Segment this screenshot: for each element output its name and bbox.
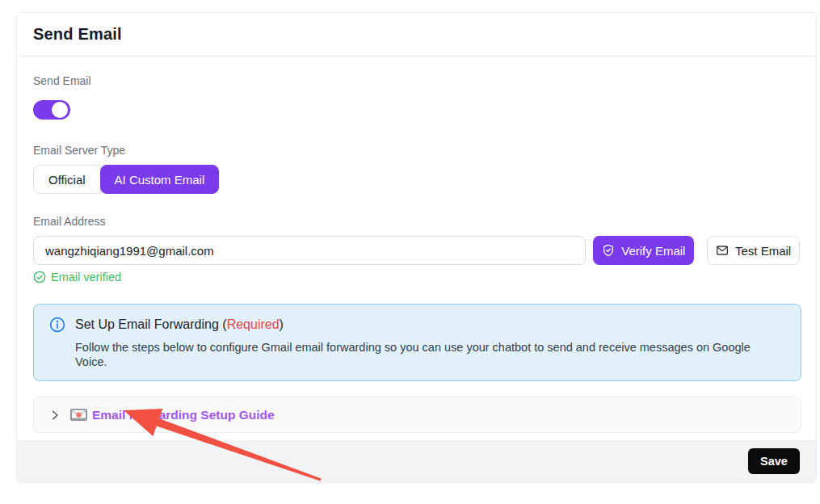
alert-title-prefix: Set Up Email Forwarding ( [75, 317, 227, 331]
send-email-toggle-label: Send Email [33, 74, 800, 87]
chevron-right-icon [49, 410, 61, 421]
shield-check-icon [602, 244, 615, 257]
alert-required-word: Required [227, 317, 280, 331]
email-forwarding-guide-link[interactable]: Email Forwarding Setup Guide [92, 408, 275, 422]
test-email-button[interactable]: Test Email [707, 236, 800, 265]
card-footer: Save [17, 440, 816, 482]
email-verified-text: Email verified [51, 271, 121, 284]
alert-title-suffix: ) [280, 317, 284, 331]
server-type-label: Email Server Type [33, 144, 800, 157]
verify-email-button[interactable]: Verify Email [593, 236, 694, 265]
alert-description: Follow the steps below to configure Gmai… [75, 340, 785, 369]
email-address-input[interactable] [33, 236, 586, 265]
alert-title-row: Set Up Email Forwarding (Required) [49, 317, 785, 333]
send-email-card: Send Email Send Email Email Server Type … [16, 12, 817, 483]
email-envelope-emoji-icon [70, 407, 87, 422]
verify-email-button-label: Verify Email [621, 244, 685, 258]
send-email-toggle[interactable] [33, 100, 70, 120]
email-address-label: Email Address [33, 215, 800, 228]
email-row: Verify Email Test Email [33, 236, 800, 265]
alert-title: Set Up Email Forwarding (Required) [75, 317, 284, 332]
check-circle-icon [33, 271, 46, 284]
save-button[interactable]: Save [748, 448, 800, 474]
server-type-segmented-control: Official AI Custom Email [33, 165, 219, 194]
test-email-button-label: Test Email [735, 244, 791, 258]
server-type-option-ai-custom-email[interactable]: AI Custom Email [100, 165, 220, 194]
card-body: Send Email Email Server Type Official AI… [17, 57, 816, 433]
envelope-icon [716, 244, 729, 257]
toggle-knob [52, 102, 68, 118]
info-circle-icon [49, 317, 65, 333]
card-header: Send Email [17, 13, 816, 57]
page-title: Send Email [33, 25, 122, 44]
email-forwarding-alert: Set Up Email Forwarding (Required) Follo… [33, 304, 801, 381]
email-verified-status: Email verified [33, 271, 800, 284]
email-forwarding-guide-panel[interactable]: Email Forwarding Setup Guide [33, 397, 801, 433]
server-type-option-official[interactable]: Official [33, 165, 101, 194]
